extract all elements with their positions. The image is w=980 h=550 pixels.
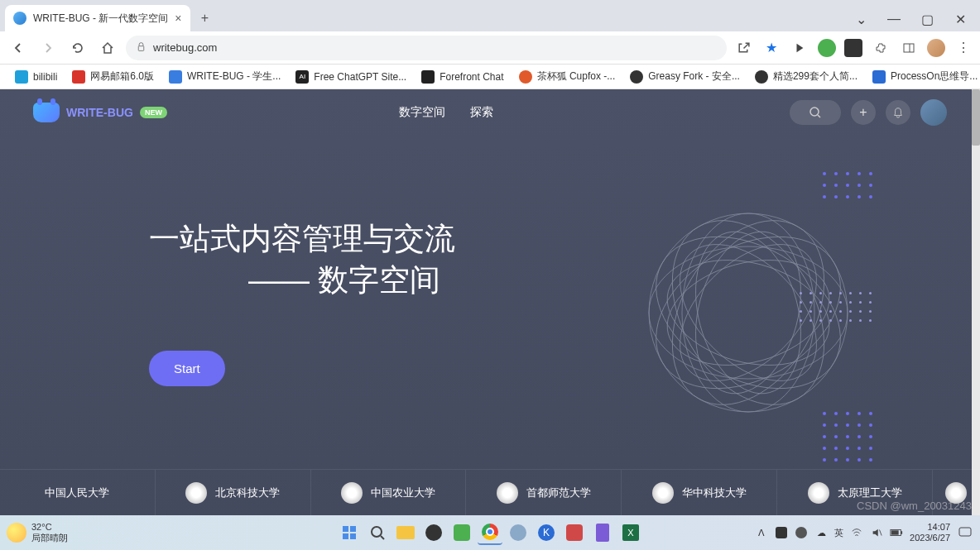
tray-onedrive-icon[interactable]: ☁	[814, 526, 828, 539]
bookmark-item[interactable]: Greasy Fork - 安全...	[623, 67, 747, 86]
svg-rect-18	[343, 526, 348, 532]
reload-button[interactable]	[66, 36, 89, 60]
university-item[interactable]: 北京科技大学	[156, 470, 311, 515]
share-icon[interactable]	[733, 38, 753, 58]
bookmark-item[interactable]: 网易邮箱6.0版	[65, 67, 161, 86]
close-window-button[interactable]: ✕	[944, 7, 977, 31]
add-button[interactable]: +	[851, 100, 876, 125]
search-taskbar-icon[interactable]	[365, 520, 390, 545]
tray-app2-icon[interactable]	[795, 526, 808, 539]
extension-dark-icon[interactable]	[844, 39, 862, 57]
vertical-scrollbar[interactable]	[972, 89, 980, 515]
explorer-icon[interactable]	[393, 520, 418, 545]
app-icon[interactable]	[506, 520, 531, 545]
scroll-thumb[interactable]	[972, 89, 980, 146]
bookmarks-bar: bilibili 网易邮箱6.0版 WRITE-BUG - 学生... AIFr…	[0, 65, 980, 89]
wechat-icon[interactable]	[449, 520, 474, 545]
chevron-down-icon[interactable]: ⌄	[844, 7, 877, 31]
bookmark-item[interactable]: AIFree ChatGPT Site...	[289, 68, 413, 86]
start-button[interactable]: Start	[149, 351, 225, 386]
browser-tab[interactable]: WRITE-BUG - 新一代数字空间 ×	[5, 5, 190, 31]
tray-app-icon[interactable]	[775, 526, 788, 539]
notification-center-icon[interactable]	[957, 526, 973, 539]
new-badge: NEW	[140, 107, 167, 118]
svg-rect-20	[343, 533, 348, 539]
back-button[interactable]	[7, 36, 30, 60]
tab-favicon	[13, 12, 26, 25]
bookmark-item[interactable]: bilibili	[8, 68, 64, 86]
svg-rect-27	[891, 530, 899, 534]
bookmark-item[interactable]: 精选299套个人简...	[748, 67, 864, 86]
battery-icon[interactable]	[890, 526, 903, 539]
weather-icon	[7, 523, 26, 543]
profile-avatar-icon[interactable]	[927, 39, 945, 57]
university-item[interactable]: 中国农业大学	[311, 470, 467, 515]
bookmark-item[interactable]: Forefront Chat	[415, 68, 510, 86]
sidepanel-icon[interactable]	[899, 38, 919, 58]
minimize-button[interactable]: —	[877, 7, 910, 31]
site-logo[interactable]: WRITE-BUG NEW	[33, 103, 167, 122]
search-icon	[809, 106, 822, 119]
system-tray: ᐱ ☁ 英 14:07 2023/6/27	[755, 522, 973, 543]
nav-explore[interactable]: 探索	[470, 105, 493, 120]
svg-point-22	[372, 527, 382, 537]
menu-icon[interactable]: ⋮	[954, 38, 973, 58]
windows-taskbar: 32°C 局部晴朗 K X ᐱ ☁ 英 14:07 2023/6/27	[0, 515, 980, 550]
maximize-button[interactable]: ▢	[910, 7, 944, 31]
volume-icon[interactable]	[870, 526, 883, 539]
home-button[interactable]	[96, 36, 119, 60]
notifications-button[interactable]	[886, 100, 910, 125]
chrome-icon[interactable]	[478, 520, 502, 545]
play-icon[interactable]	[790, 38, 809, 58]
university-item[interactable]: 中国人民大学	[0, 470, 156, 515]
svg-line-23	[381, 536, 384, 539]
svg-line-24	[880, 530, 882, 536]
bookmark-item[interactable]: ProcessOn思维导...	[866, 67, 980, 86]
url-text: writebug.com	[153, 41, 217, 54]
extension-green-icon[interactable]	[818, 39, 836, 57]
svg-rect-1	[904, 44, 914, 52]
app-blue-icon[interactable]: K	[534, 520, 559, 545]
svg-rect-0	[138, 45, 144, 50]
lock-icon	[136, 41, 147, 55]
bell-icon	[892, 107, 904, 118]
nav-digital-space[interactable]: 数字空间	[399, 105, 445, 120]
date: 2023/6/27	[910, 533, 950, 543]
university-item[interactable]: 首都师范大学	[466, 470, 622, 515]
wifi-icon[interactable]	[850, 526, 863, 539]
tab-close-icon[interactable]: ×	[175, 12, 181, 25]
bookmark-item[interactable]: WRITE-BUG - 学生...	[162, 67, 287, 86]
user-avatar[interactable]	[920, 99, 947, 126]
start-button[interactable]	[337, 520, 362, 545]
clock[interactable]: 14:07 2023/6/27	[910, 522, 950, 543]
svg-rect-19	[350, 526, 356, 532]
bookmark-star-icon[interactable]: ★	[761, 38, 781, 58]
logo-mark-icon	[33, 103, 60, 122]
site-header: WRITE-BUG NEW 数字空间 探索 +	[0, 89, 980, 136]
browser-toolbar: writebug.com ★ ⋮	[0, 31, 980, 65]
bookmark-item[interactable]: 茶杯狐 Cupfox -...	[512, 67, 622, 86]
qq-icon[interactable]	[421, 520, 446, 545]
extensions-icon[interactable]	[871, 38, 891, 58]
toolbar-actions: ★ ⋮	[733, 38, 973, 58]
new-tab-button[interactable]: +	[194, 7, 217, 30]
address-bar[interactable]: writebug.com	[126, 36, 727, 60]
ime-indicator[interactable]: 英	[834, 527, 843, 539]
forward-button[interactable]	[36, 36, 60, 60]
app-purple-icon[interactable]	[590, 520, 615, 545]
tray-chevron-icon[interactable]: ᐱ	[755, 526, 768, 539]
app-red-icon[interactable]	[562, 520, 587, 545]
window-titlebar: WRITE-BUG - 新一代数字空间 × + ⌄ — ▢ ✕	[0, 0, 980, 31]
temperature: 32°C	[31, 522, 68, 533]
weather-widget[interactable]: 32°C 局部晴朗	[7, 522, 68, 543]
decoration-dots-bottom: for(let i=0;i<25;i++)document.write('<di…	[823, 412, 872, 462]
tab-title: WRITE-BUG - 新一代数字空间	[33, 12, 168, 26]
svg-point-3	[810, 108, 819, 116]
university-item[interactable]: 华中科技大学	[622, 470, 777, 515]
logo-text: WRITE-BUG	[66, 106, 133, 119]
search-button[interactable]	[790, 100, 841, 125]
excel-icon[interactable]: X	[618, 520, 643, 545]
time: 14:07	[910, 522, 950, 533]
page-content: WRITE-BUG NEW 数字空间 探索 + 一站式内容管理与交流 —— 数字…	[0, 89, 980, 515]
universities-bar: 中国人民大学 北京科技大学 中国农业大学 首都师范大学 华中科技大学 太原理工大…	[0, 469, 980, 515]
